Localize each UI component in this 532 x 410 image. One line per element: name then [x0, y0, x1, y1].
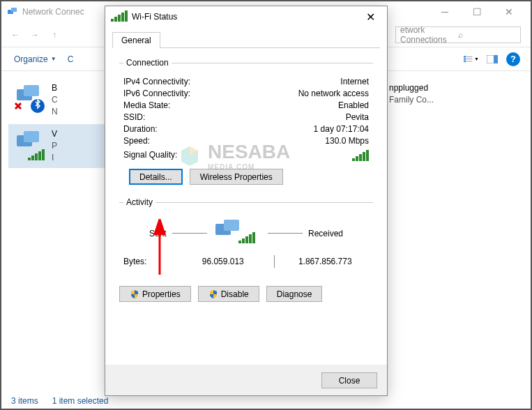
ipv4-label: IPv4 Connectivity:	[123, 77, 228, 86]
search-placeholder: etwork Connections	[400, 25, 458, 45]
connection-item-ethernet[interactable]: npplugged Family Co...	[385, 78, 532, 110]
search-box[interactable]: etwork Connections ⌕	[395, 26, 521, 43]
signal-quality-value	[228, 150, 369, 163]
maximize-button[interactable]: ☐	[461, 1, 493, 22]
speed-value: 130.0 Mbps	[228, 136, 369, 146]
connection-legend: Connection	[123, 58, 172, 68]
conn-line2: npplugged	[389, 82, 532, 94]
ipv6-value: No network access	[228, 89, 369, 98]
duration-label: Duration:	[123, 124, 228, 134]
close-button[interactable]: Close	[321, 372, 377, 388]
media-state-label: Media State:	[123, 100, 228, 110]
disable-button[interactable]: Disable	[198, 286, 259, 302]
dialog-footer: Close	[105, 365, 387, 395]
wireless-properties-button[interactable]: Wireless Properties	[190, 169, 283, 185]
bytes-sent-value: 96.059.013	[179, 257, 267, 266]
view-layout-icon[interactable]: ▼	[464, 52, 479, 67]
up-button[interactable]: ↑	[46, 26, 63, 43]
ipv6-label: IPv6 Connectivity:	[123, 89, 228, 98]
dialog-close-button[interactable]: ✕	[359, 6, 381, 27]
ssid-value: Pevita	[228, 112, 369, 122]
network-icon	[7, 6, 18, 17]
media-state-value: Enabled	[228, 100, 369, 110]
connection-group: Connection IPv4 Connectivity:Internet IP…	[119, 58, 373, 192]
bluetooth-connection-icon	[13, 82, 46, 116]
activity-group: Activity Sent Received	[119, 197, 373, 276]
minimize-button[interactable]: ─	[429, 1, 461, 22]
svg-rect-6	[466, 59, 472, 59]
back-button[interactable]: ←	[7, 26, 24, 43]
toolbar-c[interactable]: C	[62, 52, 79, 67]
svg-rect-1	[11, 8, 17, 12]
close-button[interactable]: ✕	[493, 1, 525, 22]
signal-bars-icon	[352, 150, 369, 161]
svg-rect-4	[464, 60, 466, 61]
svg-rect-7	[466, 61, 472, 61]
svg-rect-14	[24, 131, 39, 142]
wifi-signal-icon	[111, 10, 128, 24]
diagnose-button[interactable]: Diagnose	[266, 286, 323, 302]
svg-rect-9	[494, 55, 498, 63]
speed-label: Speed:	[123, 136, 228, 146]
svg-rect-16	[224, 220, 239, 231]
sent-label: Sent	[149, 229, 167, 238]
signal-quality-label: Signal Quality:	[123, 150, 228, 163]
computer-activity-icon	[213, 218, 262, 248]
tab-row: General	[112, 31, 380, 48]
svg-rect-5	[466, 56, 472, 56]
ssid-label: SSID:	[123, 112, 228, 122]
shield-icon	[130, 289, 139, 299]
bytes-label: Bytes:	[123, 257, 179, 266]
svg-rect-2	[464, 56, 466, 57]
properties-button[interactable]: Properties	[119, 286, 191, 302]
svg-rect-11	[24, 85, 39, 96]
wifi-status-dialog: Wi-Fi Status ✕ General Connection IPv4 C…	[105, 6, 388, 396]
forward-button[interactable]: →	[26, 26, 43, 43]
help-icon[interactable]: ?	[506, 52, 521, 67]
bytes-received-value: 1.867.856.773	[282, 257, 370, 266]
details-button[interactable]: Details...	[129, 169, 183, 185]
duration-value: 1 day 07:17:04	[228, 124, 369, 134]
conn-line3: Family Co...	[389, 94, 532, 106]
status-item-count: 3 items	[11, 396, 38, 406]
search-icon: ⌕	[458, 30, 516, 40]
wifi-connection-icon	[13, 128, 46, 162]
tab-general[interactable]: General	[112, 32, 160, 48]
activity-legend: Activity	[123, 197, 155, 207]
preview-pane-icon[interactable]	[485, 52, 500, 67]
ipv4-value: Internet	[228, 77, 369, 86]
svg-rect-3	[464, 58, 466, 59]
organize-button[interactable]: Organize ▼	[8, 52, 62, 67]
activity-diagram: Sent Received	[123, 218, 369, 248]
status-selected-count: 1 item selected	[52, 396, 109, 406]
received-label: Received	[308, 229, 343, 238]
dialog-title: Wi-Fi Status	[132, 12, 359, 22]
shield-icon	[208, 289, 218, 299]
dialog-titlebar: Wi-Fi Status ✕	[105, 6, 387, 27]
